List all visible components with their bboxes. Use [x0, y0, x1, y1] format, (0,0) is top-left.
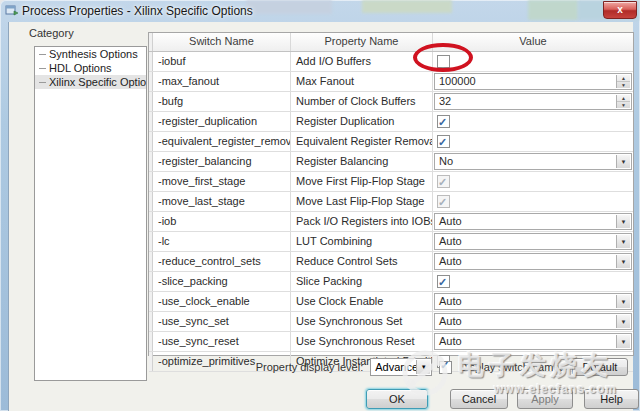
lc-dropdown[interactable]: Auto▼: [434, 233, 632, 250]
tree-branch-line: [39, 54, 46, 55]
value-cell: Auto▼: [433, 232, 633, 251]
spinner-down-icon[interactable]: ▼: [617, 102, 630, 108]
property-name-cell: LUT Combining: [291, 232, 433, 251]
use_clock_enable-dropdown[interactable]: Auto▼: [434, 293, 632, 310]
tree-branch-line: [39, 68, 46, 69]
background-window-fragment: [362, 0, 452, 13]
spinner-down-icon[interactable]: ▼: [617, 82, 630, 88]
background-window-fragment: [528, 0, 578, 20]
reduce_control_sets-dropdown[interactable]: Auto▼: [434, 253, 632, 270]
switch-name-cell: -iobuf: [153, 52, 291, 71]
switch-name-cell: -lc: [153, 232, 291, 251]
category-label: Category: [29, 27, 74, 39]
register_duplication-checkbox[interactable]: [437, 115, 450, 128]
chevron-down-icon: ▼: [616, 315, 630, 328]
table-row: -use_sync_resetUse Synchronous ResetAuto…: [149, 332, 633, 352]
value-cell: Auto▼: [433, 212, 633, 231]
help-button[interactable]: Help: [584, 389, 639, 409]
value-cell: 100000▲▼: [433, 72, 633, 91]
property-name-cell: Use Clock Enable: [291, 292, 433, 311]
column-header-property-name: Property Name: [291, 33, 433, 51]
close-button[interactable]: x: [603, 1, 637, 19]
table-row: -iobufAdd I/O Buffers: [149, 52, 633, 72]
chevron-down-icon: ▼: [416, 360, 430, 374]
titlebar: Process Properties - Xilinx Specific Opt…: [0, 0, 640, 22]
value-cell: [433, 192, 633, 211]
bufg-spinner-field[interactable]: 32▲▼: [434, 93, 632, 110]
property-name-cell: Pack I/O Registers into IOBs: [291, 212, 433, 231]
property-table: Switch Name Property Name Value -iobufAd…: [148, 32, 634, 356]
property-name-cell: Slice Packing: [291, 272, 433, 291]
property-name-cell: Max Fanout: [291, 72, 433, 91]
property-display-level-select[interactable]: Advanced ▼: [370, 358, 432, 376]
dialog-body: Category Synthesis OptionsHDL OptionsXil…: [8, 22, 633, 411]
chevron-down-icon: ▼: [616, 155, 630, 168]
switch-name-cell: -use_clock_enable: [153, 292, 291, 311]
move_first_stage-checkbox: [437, 175, 450, 188]
switch-name-cell: -max_fanout: [153, 72, 291, 91]
chevron-down-icon: ▼: [616, 295, 630, 308]
category-tree: Synthesis OptionsHDL OptionsXilinx Speci…: [34, 46, 147, 381]
switch-name-cell: -register_balancing: [153, 152, 291, 171]
switch-name-cell: -reduce_control_sets: [153, 252, 291, 271]
spinner-buttons[interactable]: ▲▼: [616, 75, 630, 88]
spinner-buttons[interactable]: ▲▼: [616, 95, 630, 108]
table-row: -register_balancingRegister BalancingNo▼: [149, 152, 633, 172]
switch-name-cell: -register_duplication: [153, 112, 291, 131]
spinner-up-icon[interactable]: ▲: [617, 75, 630, 82]
tree-item-label: Xilinx Specific Options: [49, 75, 147, 89]
iobuf-checkbox[interactable]: [437, 55, 450, 68]
cancel-button[interactable]: Cancel: [450, 389, 508, 409]
value-cell: 32▲▼: [433, 92, 633, 111]
table-row: -slice_packingSlice Packing: [149, 272, 633, 292]
value-cell: [433, 272, 633, 291]
property-name-cell: Equivalent Register Removal: [291, 132, 433, 151]
display-switch-names-checkbox[interactable]: [439, 361, 452, 374]
table-row: -move_first_stageMove First Flip-Flop St…: [149, 172, 633, 192]
display-switch-names-label: Display switch names: [459, 361, 565, 373]
value-cell: [433, 172, 633, 191]
switch-name-cell: -move_last_stage: [153, 192, 291, 211]
apply-button[interactable]: Apply: [517, 389, 573, 409]
max_fanout-spinner-field[interactable]: 100000▲▼: [434, 73, 632, 90]
sidebar-item-synthesis-options[interactable]: Synthesis Options: [35, 47, 146, 61]
column-header-switch-name: Switch Name: [153, 33, 291, 51]
property-name-cell: Move First Flip-Flop Stage: [291, 172, 433, 191]
chevron-down-icon: ▼: [616, 215, 630, 228]
use_sync_reset-dropdown[interactable]: Auto▼: [434, 333, 632, 350]
use_sync_set-dropdown[interactable]: Auto▼: [434, 313, 632, 330]
footer-controls: Property display level: Advanced ▼ Displ…: [139, 357, 628, 377]
equivalent_register_removal-checkbox[interactable]: [437, 135, 450, 148]
switch-name-cell: -use_sync_reset: [153, 332, 291, 351]
sidebar-item-hdl-options[interactable]: HDL Options: [35, 61, 146, 75]
window-frame: Process Properties - Xilinx Specific Opt…: [0, 0, 640, 411]
register_balancing-dropdown[interactable]: No▼: [434, 153, 632, 170]
value-cell: Auto▼: [433, 252, 633, 271]
default-button[interactable]: Default: [572, 358, 628, 376]
process-properties-icon: [5, 4, 19, 18]
chevron-down-icon: ▼: [616, 335, 630, 348]
property-name-cell: Use Synchronous Set: [291, 312, 433, 331]
ok-button[interactable]: OK: [366, 389, 428, 409]
spinner-up-icon[interactable]: ▲: [617, 95, 630, 102]
property-name-cell: Register Balancing: [291, 152, 433, 171]
table-row: -register_duplicationRegister Duplicatio…: [149, 112, 633, 132]
property-name-cell: Number of Clock Buffers: [291, 92, 433, 111]
property-name-cell: Move Last Flip-Flop Stage: [291, 192, 433, 211]
table-row: -lcLUT CombiningAuto▼: [149, 232, 633, 252]
value-cell: No▼: [433, 152, 633, 171]
iob-dropdown[interactable]: Auto▼: [434, 213, 632, 230]
slice_packing-checkbox[interactable]: [437, 275, 450, 288]
value-cell: [433, 52, 633, 71]
value-cell: [433, 112, 633, 131]
tree-item-label: Synthesis Options: [49, 47, 138, 61]
property-display-level-label: Property display level:: [256, 361, 364, 373]
switch-name-cell: -move_first_stage: [153, 172, 291, 191]
property-name-cell: Use Synchronous Reset: [291, 332, 433, 351]
table-row: -bufgNumber of Clock Buffers32▲▼: [149, 92, 633, 112]
tree-item-label: HDL Options: [49, 61, 112, 75]
switch-name-cell: -iob: [153, 212, 291, 231]
table-row: -use_clock_enableUse Clock EnableAuto▼: [149, 292, 633, 312]
sidebar-item-xilinx-specific-options[interactable]: Xilinx Specific Options: [35, 75, 146, 89]
switch-name-cell: -use_sync_set: [153, 312, 291, 331]
